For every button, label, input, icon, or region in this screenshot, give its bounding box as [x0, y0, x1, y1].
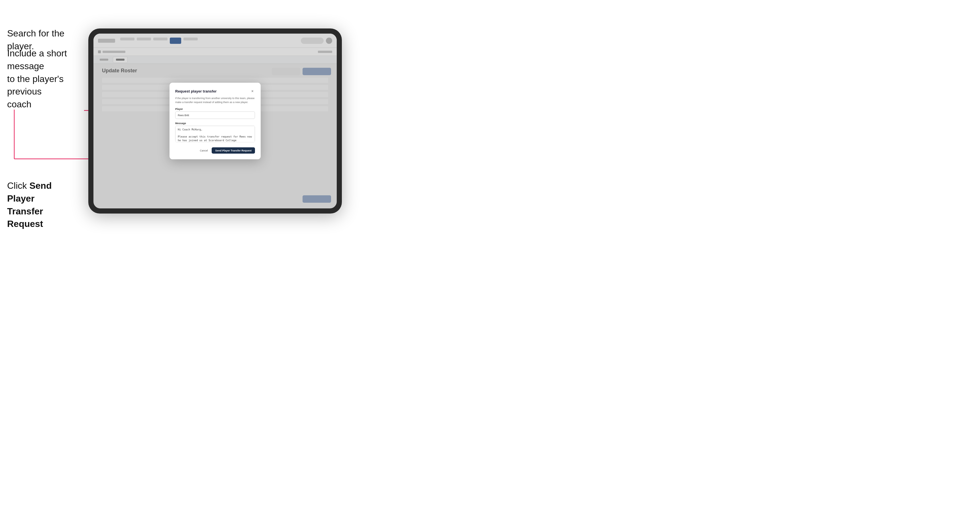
cancel-button[interactable]: Cancel: [198, 148, 209, 153]
annotation-click-bold: Send Player Transfer Request: [7, 181, 52, 229]
annotation-click: Click Send Player Transfer Request: [7, 179, 73, 230]
annotation-message: Include a short messageto the player's p…: [7, 47, 84, 111]
modal-title: Request player transfer: [175, 89, 216, 93]
player-label: Player: [175, 108, 255, 111]
modal-actions: Cancel Send Player Transfer Request: [175, 148, 255, 154]
message-label: Message: [175, 122, 255, 125]
request-transfer-modal: Request player transfer × If the player …: [170, 83, 261, 159]
send-transfer-button[interactable]: Send Player Transfer Request: [212, 148, 255, 154]
tablet-device: Update Roster Request player transfer × …: [88, 29, 342, 214]
message-textarea[interactable]: Hi Coach McHarg, Please accept this tran…: [175, 126, 255, 142]
modal-close-button[interactable]: ×: [250, 89, 255, 94]
tablet-screen: Update Roster Request player transfer × …: [94, 33, 337, 208]
modal-description: If the player is transferring from anoth…: [175, 97, 255, 104]
player-input[interactable]: [175, 112, 255, 119]
modal-header: Request player transfer ×: [175, 89, 255, 94]
